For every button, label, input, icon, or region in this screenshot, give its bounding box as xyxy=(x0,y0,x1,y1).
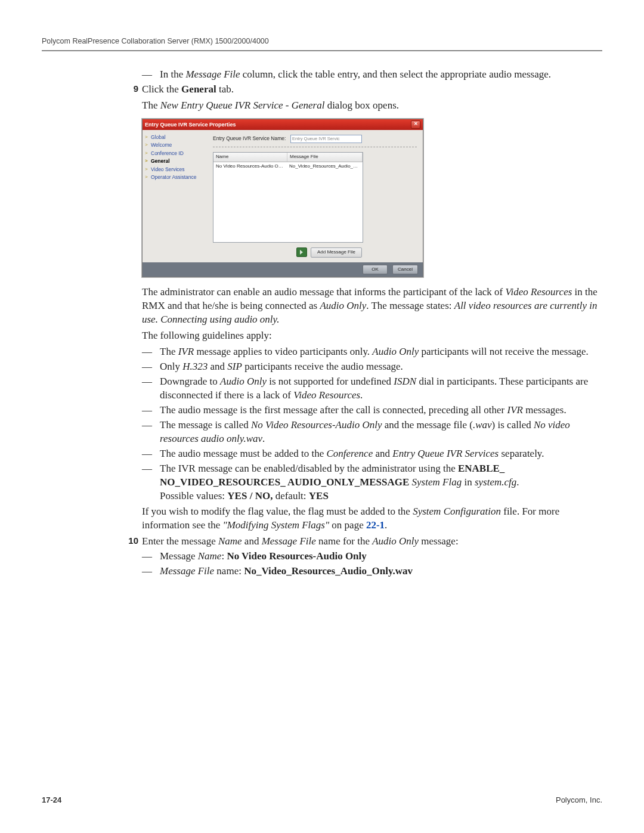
nav-global[interactable]: Global xyxy=(145,134,205,141)
dash-text: The audio message must be added to the C… xyxy=(160,447,602,461)
text-italic: Message File xyxy=(262,535,316,547)
header-rule xyxy=(42,50,602,51)
text-italic: .wav xyxy=(473,419,492,431)
dialog-titlebar: Entry Queue IVR Service Properties ✕ xyxy=(143,119,423,130)
step-10: 10 Enter the message Name and Message Fi… xyxy=(142,535,602,549)
service-name-input[interactable]: Entry Queue IVR Servic xyxy=(290,135,362,143)
step-number: 9 xyxy=(122,83,142,97)
text: Click the xyxy=(142,83,181,95)
text-italic: Audio Only xyxy=(320,300,366,311)
nav-welcome[interactable]: Welcome xyxy=(145,141,205,149)
page-link-22-1[interactable]: 22-1 xyxy=(366,519,385,531)
text-italic: system.cfg xyxy=(475,476,516,488)
dash-text: The IVR message applies to video partici… xyxy=(160,345,602,359)
text-italic: System Flag xyxy=(412,476,462,488)
add-message-row: Add Message File xyxy=(213,247,362,258)
text: in xyxy=(462,476,475,488)
dash-text: The message is called No Video Resources… xyxy=(160,419,602,446)
em-dash: — xyxy=(142,550,160,563)
text: name: xyxy=(214,565,244,577)
text: separately. xyxy=(499,448,544,459)
text-italic: H.323 xyxy=(182,361,208,372)
text-bold: General xyxy=(181,83,216,95)
guideline-3: — Downgrade to Audio Only is not support… xyxy=(142,375,602,402)
col-message-file[interactable]: Message File xyxy=(287,153,363,162)
text-italic: "Modifying System Flags" xyxy=(223,519,330,531)
dialog-body: Global Welcome Conference ID General Vid… xyxy=(143,130,423,262)
text: on page xyxy=(329,519,366,531)
dialog-screenshot: Entry Queue IVR Service Properties ✕ Glo… xyxy=(142,119,602,278)
step-text: Click the General tab. xyxy=(142,83,602,97)
dash-text: Downgrade to Audio Only is not supported… xyxy=(160,375,602,402)
text: and xyxy=(242,535,262,547)
text-italic: Conference xyxy=(326,448,373,459)
em-dash: — xyxy=(142,345,160,359)
dialog-main: Entry Queue IVR Service Name: Entry Queu… xyxy=(207,130,423,262)
text: Downgrade to xyxy=(160,376,220,387)
table-header: Name Message File xyxy=(213,153,363,162)
text: Possible values: xyxy=(160,490,227,501)
cancel-button[interactable]: Cancel xyxy=(392,265,418,275)
guideline-5: — The message is called No Video Resourc… xyxy=(142,419,602,446)
text: message: xyxy=(419,535,459,547)
play-icon[interactable] xyxy=(296,247,307,257)
dash-item-message-file: — In the Message File column, click the … xyxy=(142,68,602,82)
flag-paragraph: If you wish to modify the flag value, th… xyxy=(142,505,602,532)
text: The IVR message can be enabled/disabled … xyxy=(160,463,458,474)
footer-company: Polycom, Inc. xyxy=(556,795,602,804)
text: The audio message is the first message a… xyxy=(160,404,507,416)
em-dash: — xyxy=(142,462,160,503)
text-italic: Video Resources xyxy=(293,389,360,401)
text: and the message file ( xyxy=(382,419,472,431)
dash-text: In the Message File column, click the ta… xyxy=(160,68,602,82)
nav-operator-assistance[interactable]: Operator Assistance xyxy=(145,174,205,181)
em-dash: — xyxy=(142,404,160,417)
dash-text: Only H.323 and SIP participants receive … xyxy=(160,360,602,374)
add-message-file-button[interactable]: Add Message File xyxy=(311,247,362,258)
text: . xyxy=(516,476,519,488)
guideline-2: — Only H.323 and SIP participants receiv… xyxy=(142,360,602,374)
text: The administrator can enable an audio me… xyxy=(142,286,505,298)
text-italic: Video Resources xyxy=(505,286,572,298)
step-9: 9 Click the General tab. xyxy=(142,83,602,97)
nav-general[interactable]: General xyxy=(145,157,205,165)
nav-conference-id[interactable]: Conference ID xyxy=(145,150,205,157)
guidelines-list: — The IVR message applies to video parti… xyxy=(142,345,602,503)
em-dash: — xyxy=(142,447,160,461)
s10-item-1: — Message Name: No Video Resources-Audio… xyxy=(142,550,602,563)
text-italic: New Entry Queue IVR Service - General xyxy=(160,100,325,111)
dialog-title-text: Entry Queue IVR Service Properties xyxy=(145,121,236,128)
ok-button[interactable]: OK xyxy=(363,265,388,275)
close-icon[interactable]: ✕ xyxy=(411,120,420,129)
text: and xyxy=(208,361,227,372)
nav-video-services[interactable]: Video Services xyxy=(145,166,205,174)
dialog-footer: OK Cancel xyxy=(143,262,423,277)
text-italic: IVR xyxy=(507,404,523,416)
em-dash: — xyxy=(142,565,160,578)
running-header: Polycom RealPresence Collaboration Serve… xyxy=(42,37,602,45)
text: column, click the table entry, and then … xyxy=(240,69,551,80)
text-italic: IVR xyxy=(178,346,194,357)
text-bold: No_Video_Resources_Audio_Only.wav xyxy=(244,565,413,577)
text: dialog box opens. xyxy=(324,100,399,111)
text: default: xyxy=(273,490,308,501)
text-bold: No Video Resources-Audio Only xyxy=(227,550,366,562)
text: If you wish to modify the flag value, th… xyxy=(142,506,413,517)
ivr-properties-dialog: Entry Queue IVR Service Properties ✕ Glo… xyxy=(142,119,423,278)
text: and xyxy=(373,448,392,459)
text-italic: Audio Only xyxy=(372,346,419,357)
guideline-6: — The audio message must be added to the… xyxy=(142,447,602,461)
text: Enter the message xyxy=(142,535,218,547)
em-dash: — xyxy=(142,68,160,82)
text: messages. xyxy=(523,404,566,416)
service-name-row: Entry Queue IVR Service Name: Entry Queu… xyxy=(213,135,417,143)
document-page: Polycom RealPresence Collaboration Serve… xyxy=(0,0,644,833)
table-row[interactable]: No Video Resources-Audio Only No_Video_R… xyxy=(213,162,363,171)
cell-name: No Video Resources-Audio Only xyxy=(213,162,287,171)
text: tab. xyxy=(216,83,234,95)
text: . The message states: xyxy=(366,300,454,311)
text: participants will not receive the messag… xyxy=(419,346,589,357)
dialog-nav: Global Welcome Conference ID General Vid… xyxy=(143,130,207,262)
dialog-divider xyxy=(213,147,417,147)
col-name[interactable]: Name xyxy=(213,153,287,162)
